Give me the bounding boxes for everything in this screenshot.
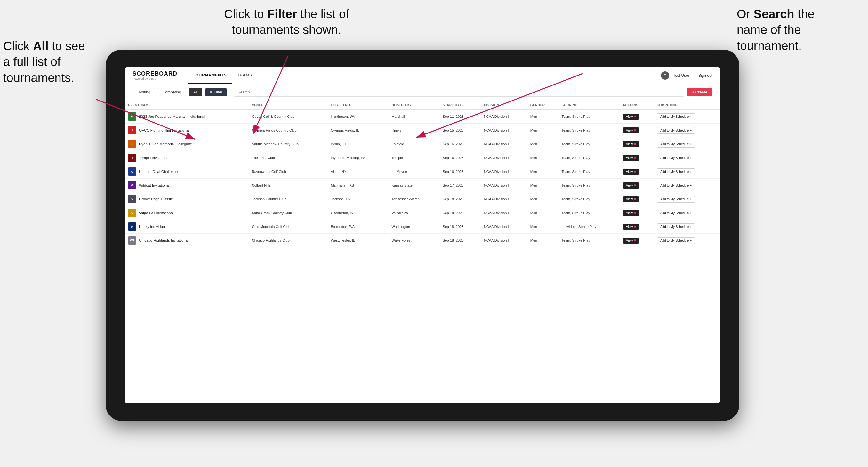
add-to-schedule-button[interactable]: Add to My Schedule + xyxy=(657,127,695,134)
scoring-cell: Team, Stroke Play xyxy=(558,234,619,247)
hosted-by-cell: Illinois xyxy=(388,124,439,137)
col-actions: ACTIONS xyxy=(620,101,654,110)
view-label: View xyxy=(626,225,633,228)
hosted-by-cell: Tennessee-Martin xyxy=(388,192,439,206)
event-name: OFCC Fighting Illini Invitational xyxy=(139,128,189,132)
event-name: Valpo Fall Invitational xyxy=(139,211,174,215)
view-button[interactable]: View xyxy=(623,141,640,147)
filter-icon: ≡ xyxy=(210,90,212,94)
gender-cell: Men xyxy=(527,165,558,179)
actions-cell: View xyxy=(620,206,654,220)
add-to-schedule-button[interactable]: Add to My Schedule + xyxy=(657,210,695,216)
add-label: Add to My Schedule + xyxy=(660,225,692,228)
division-cell: NCAA Division I xyxy=(481,137,527,151)
add-to-schedule-button[interactable]: Add to My Schedule + xyxy=(657,196,695,203)
team-logo: T xyxy=(128,154,136,162)
division-cell: NCAA Division I xyxy=(481,206,527,220)
annotation-all: Click All to seea full list oftournament… xyxy=(3,38,102,86)
add-to-schedule-button[interactable]: Add to My Schedule + xyxy=(657,182,695,189)
hosted-by-cell: Fairfield xyxy=(388,137,439,151)
live-dot xyxy=(634,143,636,145)
competing-cell: Add to My Schedule + xyxy=(654,192,720,206)
col-start-date: START DATE xyxy=(439,101,481,110)
add-to-schedule-button[interactable]: Add to My Schedule + xyxy=(657,141,695,148)
view-label: View xyxy=(626,170,633,174)
view-button[interactable]: View xyxy=(623,182,640,189)
city-state-cell: Plymouth Meeting, PA xyxy=(328,151,388,165)
gender-cell: Men xyxy=(527,179,558,192)
view-label: View xyxy=(626,239,633,242)
hosting-tab[interactable]: Hosting xyxy=(132,88,155,96)
actions-cell: View xyxy=(620,137,654,151)
event-name-cell: F Ryan T. Lee Memorial Collegiate xyxy=(125,137,249,151)
add-label: Add to My Schedule + xyxy=(660,239,692,242)
view-button[interactable]: View xyxy=(623,127,640,133)
venue-cell: Guyan Golf & Country Club xyxy=(249,110,328,124)
live-dot xyxy=(634,157,636,159)
venue-cell: Chicago Highlands Club xyxy=(249,234,328,247)
annotation-all-bold: All xyxy=(33,39,49,53)
division-cell: NCAA Division I xyxy=(481,179,527,192)
event-name-cell: I OFCC Fighting Illini Invitational xyxy=(125,124,249,137)
search-input[interactable] xyxy=(234,88,685,97)
gender-cell: Men xyxy=(527,110,558,124)
division-cell: NCAA Division I xyxy=(481,192,527,206)
app-header: SCOREBOARD Powered by clippd TOURNAMENTS… xyxy=(125,67,720,84)
table-row: W Husky Individual Gold Mountain Golf Cl… xyxy=(125,220,720,234)
filter-label: Filter xyxy=(214,90,222,94)
add-to-schedule-button[interactable]: Add to My Schedule + xyxy=(657,168,695,175)
event-name-cell: V Grover Page Classic xyxy=(125,192,249,206)
event-name-cell: T Temple Invitational xyxy=(125,151,249,165)
start-date-cell: Sep 16, 2023 xyxy=(439,151,481,165)
view-button[interactable]: View xyxy=(623,210,640,216)
annotation-filter-bold: Filter xyxy=(267,7,297,21)
user-name: Test User xyxy=(673,73,689,78)
actions-cell: View xyxy=(620,234,654,247)
table-row: I OFCC Fighting Illini Invitational Olym… xyxy=(125,124,720,137)
view-button[interactable]: View xyxy=(623,114,640,120)
competing-tab[interactable]: Competing xyxy=(158,88,186,96)
toolbar: Hosting Competing All ≡ Filter + Create xyxy=(125,84,720,101)
view-button[interactable]: View xyxy=(623,224,640,230)
scoring-cell: Individual, Stroke Play xyxy=(558,220,619,234)
view-button[interactable]: View xyxy=(623,238,640,244)
event-name-cell: W Wildcat Invitational xyxy=(125,179,249,192)
create-button[interactable]: + Create xyxy=(687,88,712,96)
add-label: Add to My Schedule + xyxy=(660,156,692,160)
competing-cell: Add to My Schedule + xyxy=(654,124,720,137)
city-state-cell: Victor, NY xyxy=(328,165,388,179)
view-button[interactable]: View xyxy=(623,196,640,202)
view-button[interactable]: View xyxy=(623,155,640,161)
view-button[interactable]: View xyxy=(623,169,640,175)
team-logo: W xyxy=(128,181,136,189)
competing-cell: Add to My Schedule + xyxy=(654,234,720,247)
event-name-cell: W Husky Individual xyxy=(125,220,249,234)
add-to-schedule-button[interactable]: Add to My Schedule + xyxy=(657,155,695,161)
all-tab[interactable]: All xyxy=(188,88,202,96)
col-hosted-by: HOSTED BY xyxy=(388,101,439,110)
add-to-schedule-button[interactable]: Add to My Schedule + xyxy=(657,237,695,244)
event-name: Chicago Highlands Invitational xyxy=(139,239,188,242)
team-logo: U xyxy=(128,167,136,176)
event-name: Grover Page Classic xyxy=(139,197,173,201)
filter-button[interactable]: ≡ Filter xyxy=(205,88,227,96)
add-to-schedule-button[interactable]: Add to My Schedule + xyxy=(657,113,695,120)
event-name: Ryan T. Lee Memorial Collegiate xyxy=(139,142,192,146)
annotation-search: Or Search thename of thetournament. xyxy=(737,6,859,54)
sign-out-link[interactable]: Sign out xyxy=(699,73,712,78)
nav-tab-teams[interactable]: TEAMS xyxy=(232,67,257,84)
venue-cell: Shuttle Meadow Country Club xyxy=(249,137,328,151)
header-right: T Test User | Sign out xyxy=(661,71,712,80)
nav-tab-tournaments[interactable]: TOURNAMENTS xyxy=(188,67,232,84)
team-logo: M xyxy=(128,112,136,121)
actions-cell: View xyxy=(620,124,654,137)
tablet-frame: SCOREBOARD Powered by clippd TOURNAMENTS… xyxy=(105,50,739,421)
user-avatar: T xyxy=(661,71,669,80)
col-competing: COMPETING xyxy=(654,101,720,110)
start-date-cell: Sep 18, 2023 xyxy=(439,206,481,220)
add-to-schedule-button[interactable]: Add to My Schedule + xyxy=(657,223,695,230)
view-label: View xyxy=(626,197,633,201)
hosted-by-cell: Kansas State xyxy=(388,179,439,192)
competing-cell: Add to My Schedule + xyxy=(654,151,720,165)
table-row: V Valpo Fall Invitational Sand Creek Cou… xyxy=(125,206,720,220)
